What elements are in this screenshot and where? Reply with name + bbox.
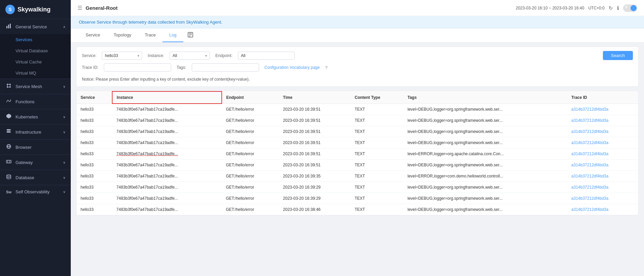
table-row: hello33 7483b3f0e67a47bab17ca19adfe... G… [76, 115, 638, 126]
config-link[interactable]: Configuration Vocabulary page [265, 65, 320, 70]
sidebar-item-browser[interactable]: Browser [0, 140, 71, 155]
cell-trace-id[interactable]: a314b37212df4bd3a [567, 104, 638, 115]
cell-service: hello33 [76, 204, 112, 215]
cell-tags: level=DEBUG,logger=org.springframework.w… [403, 126, 567, 137]
cell-trace-id[interactable]: a314b37212df4bd3a [567, 160, 638, 171]
cell-time: 2023-03-20 16:39:51 [279, 115, 351, 126]
cell-time: 2023-03-20 16:38:46 [279, 204, 351, 215]
sidebar-item-functions[interactable]: Functions [0, 94, 71, 109]
sidebar-item-kubernetes[interactable]: Kubernetes ∨ [0, 109, 71, 124]
utc-label: UTC+0:0 [588, 6, 605, 10]
cell-content-type: TEXT [351, 148, 404, 160]
cell-content-type: TEXT [351, 171, 404, 182]
self-observability-icon: Sw [5, 190, 12, 194]
cell-service: hello33 [76, 193, 112, 204]
cell-content-type: TEXT [351, 104, 404, 115]
content-area: Observe Service through telemetry data c… [71, 16, 644, 276]
cell-tags: level=ERROR,logger=org.apache.catalina.c… [403, 148, 567, 160]
cell-trace-id[interactable]: a314b37212df4bd3a [567, 204, 638, 215]
cell-service: hello33 [76, 104, 112, 115]
sidebar-item-infrastructure[interactable]: Infrastructure ∨ [0, 125, 71, 139]
sidebar-item-service-mesh[interactable]: Service Mesh ∨ [0, 79, 71, 94]
sidebar-item-services[interactable]: Services [0, 34, 71, 45]
cell-service: hello33 [76, 137, 112, 148]
cell-trace-id[interactable]: a314b37212df4bd3a [567, 182, 638, 193]
endpoint-input[interactable] [238, 52, 295, 60]
table-row: hello33 7483b3f0e67a47bab17ca19adfe... G… [76, 160, 638, 171]
browser-label: Browser [16, 145, 65, 150]
cell-trace-id[interactable]: a314b37212df4bd3a [567, 193, 638, 204]
cell-tags: level=DEBUG,logger=org.springframework.w… [403, 104, 567, 115]
cell-content-type: TEXT [351, 160, 404, 171]
sidebar-item-database[interactable]: Database ∨ [0, 170, 71, 185]
refresh-icon[interactable]: ↻ [609, 5, 613, 11]
service-mesh-icon [5, 83, 12, 90]
cell-instance: 7483b3f0e67a47bab17ca19adfe... [112, 193, 222, 204]
instance-select-wrap: All [170, 52, 210, 60]
svg-rect-0 [6, 26, 7, 28]
sidebar-item-gateway[interactable]: Gateway ∨ [0, 155, 71, 170]
cell-instance: 7483b3f0e67a47bab17ca19adfe... [112, 171, 222, 182]
tab-topology[interactable]: Topology [107, 28, 138, 42]
general-service-submenu: Services Virtual Database Virtual Cache … [0, 34, 71, 79]
tab-log-icon[interactable] [183, 29, 197, 42]
table-row: hello33 7483b3f0e67a47bab17ca19adfe... G… [76, 182, 638, 193]
collapse-icon[interactable]: ☰ [78, 5, 82, 11]
tab-service[interactable]: Service [79, 28, 107, 42]
cell-time: 2023-03-20 16:39:35 [279, 171, 351, 182]
kubernetes-arrow: ∨ [63, 115, 65, 119]
cell-tags: level=DEBUG,logger=org.springframework.w… [403, 182, 567, 193]
cell-content-type: TEXT [351, 182, 404, 193]
sidebar-item-virtual-database[interactable]: Virtual Database [0, 45, 71, 56]
cell-instance: 7483b3f0e67a47bab17ca19adfe... [112, 148, 222, 160]
info-icon[interactable]: ℹ [617, 5, 619, 11]
sidebar-item-general-service[interactable]: General Service ∧ [0, 19, 71, 34]
cell-trace-id[interactable]: a314b37212df4bd3a [567, 148, 638, 160]
table-row: hello33 7483b3f0e67a47bab17ca19adfe... G… [76, 137, 638, 148]
col-trace-id: Trace ID [567, 91, 638, 104]
logo: S Skywalking [0, 0, 71, 19]
sidebar-item-self-observability[interactable]: Sw Self Observability ∨ [0, 185, 71, 198]
sidebar-item-virtual-mq[interactable]: Virtual MQ [0, 67, 71, 79]
trace-id-label: Trace ID: [82, 65, 98, 70]
service-mesh-label: Service Mesh [16, 84, 60, 89]
time-range: 2023-03-20 16:10 ~ 2023-03-20 16:40 [516, 6, 584, 10]
service-select[interactable]: hello33 [102, 52, 142, 60]
filter-row-2: Trace ID: Tags: Configuration Vocabulary… [82, 63, 633, 72]
cell-service: hello33 [76, 160, 112, 171]
filter-section: Service: hello33 Instance: All Endpoint:… [76, 47, 639, 87]
v-toggle[interactable]: V [623, 4, 637, 12]
service-select-wrap: hello33 [102, 52, 142, 60]
table-row: hello33 7483b3f0e67a47bab17ca19adfe... G… [76, 104, 638, 115]
instance-select[interactable]: All [170, 52, 210, 60]
search-button[interactable]: Search [603, 51, 633, 60]
cell-tags: level=DEBUG,logger=org.springframework.w… [403, 137, 567, 148]
browser-icon [5, 144, 12, 150]
tab-trace[interactable]: Trace [138, 28, 162, 42]
col-service: Service [76, 91, 112, 104]
logo-text: Skywalking [18, 6, 51, 13]
cell-time: 2023-03-20 16:39:51 [279, 104, 351, 115]
tags-input[interactable] [192, 63, 259, 72]
tab-log[interactable]: Log [162, 28, 183, 42]
table-body: hello33 7483b3f0e67a47bab17ca19adfe... G… [76, 104, 638, 215]
log-table-inner: Service Instance Endpoint Time Content T… [76, 91, 638, 215]
general-service-label: General Service [16, 24, 60, 29]
notice-text: Notice: Please press Enter after inputti… [82, 75, 250, 82]
cell-endpoint: GET:/hello/error [222, 104, 279, 115]
cell-trace-id[interactable]: a314b37212df4bd3a [567, 137, 638, 148]
cell-endpoint: GET:/hello/error [222, 126, 279, 137]
cell-tags: level=DEBUG,logger=org.springframework.w… [403, 193, 567, 204]
svg-point-14 [10, 130, 11, 130]
cell-trace-id[interactable]: a314b37212df4bd3a [567, 126, 638, 137]
infrastructure-label: Infrastructure [16, 130, 60, 135]
trace-id-input[interactable] [104, 63, 171, 72]
cell-endpoint: GET:/hello/error [222, 204, 279, 215]
top-bar-right: 2023-03-20 16:10 ~ 2023-03-20 16:40 UTC+… [516, 4, 637, 12]
svg-marker-11 [6, 114, 11, 118]
cell-trace-id[interactable]: a314b37212df4bd3a [567, 115, 638, 126]
gateway-label: Gateway [16, 160, 60, 165]
table-row: hello33 7483b3f0e67a47bab17ca19adfe... G… [76, 204, 638, 215]
sidebar-item-virtual-cache[interactable]: Virtual Cache [0, 56, 71, 67]
cell-trace-id[interactable]: a314b37212df4bd3a [567, 171, 638, 182]
